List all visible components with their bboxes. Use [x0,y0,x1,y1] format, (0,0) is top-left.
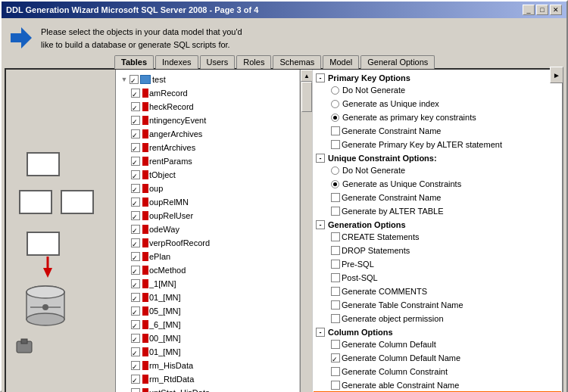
root-checkbox[interactable] [130,75,139,84]
tree-item[interactable]: tObject [117,168,298,182]
pk-radio-1[interactable] [331,86,339,95]
column-options-toggle[interactable]: - [316,328,325,337]
tree-item[interactable]: rentParams [117,154,298,168]
tree-item-checkbox[interactable] [131,129,140,138]
scroll-thumb[interactable] [301,82,312,112]
col-checkbox-2[interactable] [331,353,340,362]
col-generate-default[interactable]: Generate Column Default [314,338,560,351]
tab-tables[interactable]: Tables [114,55,154,69]
pk-primary-key-constraints[interactable]: Generate as primary key constraints [314,110,560,124]
tree-item-checkbox[interactable] [131,102,140,111]
gen-drop-statements[interactable]: DROP Statements [314,244,560,257]
tree-item[interactable]: 05_[MN] [117,304,298,318]
tree-item-checkbox[interactable] [131,89,140,98]
pk-unique-index[interactable]: Generate as Unique index [314,97,560,110]
tree-item[interactable]: rm_RtdData [117,372,298,386]
tab-users[interactable]: Users [200,55,236,69]
gen-checkbox-4[interactable] [331,273,340,282]
uc-radio-2[interactable] [331,180,339,188]
gen-create-statements[interactable]: CREATE Statements [314,230,560,244]
tab-schemas[interactable]: Schemas [273,55,321,69]
col-checkbox-1[interactable] [331,340,340,349]
gen-checkbox-6[interactable] [331,300,340,310]
scroll-up-button[interactable]: ▲ [301,70,313,82]
tree-item[interactable]: amRecord [117,86,298,100]
uc-unique-constraints[interactable]: Generate as Unique Constraints [314,177,560,191]
uc-checkbox-1[interactable] [331,193,340,202]
scroll-track[interactable] [301,82,312,392]
tree-item-checkbox[interactable] [131,252,140,261]
col-checkbox-3[interactable] [331,367,340,376]
expand-panel-button[interactable]: ► [550,68,563,83]
tree-item-checkbox[interactable] [131,143,140,152]
unique-constraint-toggle[interactable]: - [316,154,325,163]
tree-item-checkbox[interactable] [131,388,140,392]
pk-do-not-generate[interactable]: Do Not Generate [314,83,560,97]
tree-item-checkbox[interactable] [131,170,140,179]
uc-radio-1[interactable] [331,166,339,175]
tree-item[interactable]: rentArchives [117,141,298,154]
tree-item-checkbox[interactable] [131,116,140,125]
tree-scrollbar[interactable]: ▲ ▼ [300,70,312,392]
tree-item[interactable]: ntingencyEvent [117,114,298,127]
tree-item[interactable]: heckRecord [117,100,298,114]
tree-item-checkbox[interactable] [131,347,140,356]
gen-checkbox-5[interactable] [331,287,340,296]
tree-item[interactable]: oup [117,182,298,195]
col-constraint[interactable]: Generate Column Constraint [314,365,560,378]
tree-item[interactable]: rm_HisData [117,359,298,372]
tab-general-options[interactable]: General Options [360,55,435,69]
uc-checkbox-2[interactable] [331,207,340,216]
pk-checkbox-1[interactable] [331,126,340,135]
maximize-button[interactable]: □ [536,5,548,15]
tree-item[interactable]: _1[MN] [117,277,298,291]
gen-table-constraint-name[interactable]: Generate Table Constraint Name [314,298,560,312]
close-button[interactable]: ✕ [550,5,562,15]
gen-object-permission[interactable]: Generate object permission [314,312,560,325]
pk-radio-2[interactable] [331,100,339,108]
tree-item-checkbox[interactable] [131,279,140,288]
tree-item[interactable]: oupRelUser [117,209,298,222]
pk-radio-3[interactable] [331,114,339,122]
tree-item-checkbox[interactable] [131,361,140,370]
tree-item-checkbox[interactable] [131,306,140,316]
col-checkbox-4[interactable] [331,381,340,390]
tree-item[interactable]: ocMethod [117,263,298,277]
uc-constraint-name[interactable]: Generate Constraint Name [314,191,560,204]
tree-item-checkbox[interactable] [131,334,140,343]
tree-item[interactable]: odeWay [117,222,298,236]
col-default-name[interactable]: Generate Column Default Name [314,351,560,365]
tree-item-checkbox[interactable] [131,157,140,166]
gen-pre-sql[interactable]: Pre-SQL [314,257,560,271]
tree-item-checkbox[interactable] [131,211,140,220]
expand-icon[interactable]: ▼ [119,74,130,85]
tree-item-checkbox[interactable] [131,238,140,247]
tree-item[interactable]: ePlan [117,250,298,263]
generation-options-toggle[interactable]: - [316,220,325,229]
tree-item-checkbox[interactable] [131,320,140,329]
tab-roles[interactable]: Roles [236,55,271,69]
object-tree[interactable]: ▼ test amRecordheckRecordntingencyEventa… [116,70,300,392]
uc-do-not-generate[interactable]: Do Not Generate [314,163,560,177]
tab-indexes[interactable]: Indexes [155,55,198,69]
tree-item[interactable]: angerArchives [117,127,298,141]
tree-item-checkbox[interactable] [131,375,140,384]
minimize-button[interactable]: _ [523,5,535,15]
tree-item-checkbox[interactable] [131,225,140,234]
tree-item-checkbox[interactable] [131,293,140,302]
tab-model[interactable]: Model [323,55,359,69]
gen-comments[interactable]: Generate COMMENTS [314,285,560,298]
gen-checkbox-7[interactable] [331,314,340,323]
pk-alter-statement[interactable]: Generate Primary Key by ALTER statement [314,138,560,151]
tree-item[interactable]: untStat_HisData [117,386,298,392]
primary-key-toggle[interactable]: - [316,73,325,82]
tree-item[interactable]: 01_[MN] [117,345,298,359]
col-able-constraint-name[interactable]: Generate able Constraint Name [314,378,560,392]
tree-item-checkbox[interactable] [131,266,140,275]
tree-item[interactable]: oupRelMN [117,195,298,209]
tree-item-checkbox[interactable] [131,184,140,193]
pk-constraint-name[interactable]: Generate Constraint Name [314,124,560,138]
tree-item[interactable]: verpRoofRecord [117,236,298,250]
gen-checkbox-1[interactable] [331,232,340,241]
tree-item[interactable]: 01_[MN] [117,291,298,304]
